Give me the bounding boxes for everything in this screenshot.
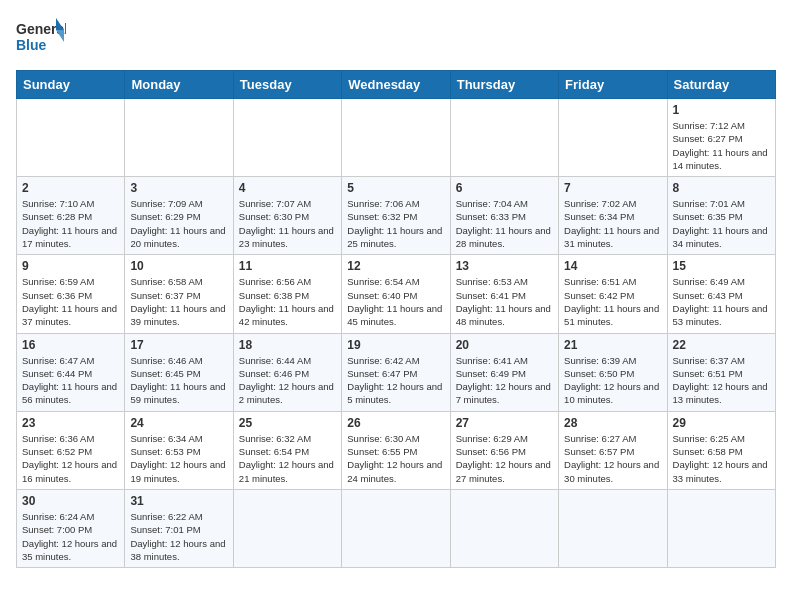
- calendar-cell: 15Sunrise: 6:49 AM Sunset: 6:43 PM Dayli…: [667, 255, 775, 333]
- day-info: Sunrise: 7:07 AM Sunset: 6:30 PM Dayligh…: [239, 197, 336, 250]
- calendar-cell: 14Sunrise: 6:51 AM Sunset: 6:42 PM Dayli…: [559, 255, 667, 333]
- calendar-cell: [233, 489, 341, 567]
- calendar-cell: [667, 489, 775, 567]
- day-number: 27: [456, 416, 553, 430]
- day-info: Sunrise: 6:49 AM Sunset: 6:43 PM Dayligh…: [673, 275, 770, 328]
- day-number: 13: [456, 259, 553, 273]
- calendar-cell: 3Sunrise: 7:09 AM Sunset: 6:29 PM Daylig…: [125, 177, 233, 255]
- day-number: 29: [673, 416, 770, 430]
- day-info: Sunrise: 6:56 AM Sunset: 6:38 PM Dayligh…: [239, 275, 336, 328]
- day-number: 11: [239, 259, 336, 273]
- day-number: 28: [564, 416, 661, 430]
- day-number: 14: [564, 259, 661, 273]
- calendar-cell: 25Sunrise: 6:32 AM Sunset: 6:54 PM Dayli…: [233, 411, 341, 489]
- day-number: 8: [673, 181, 770, 195]
- calendar-cell: [342, 489, 450, 567]
- calendar-cell: 5Sunrise: 7:06 AM Sunset: 6:32 PM Daylig…: [342, 177, 450, 255]
- day-info: Sunrise: 6:34 AM Sunset: 6:53 PM Dayligh…: [130, 432, 227, 485]
- day-number: 15: [673, 259, 770, 273]
- day-info: Sunrise: 6:24 AM Sunset: 7:00 PM Dayligh…: [22, 510, 119, 563]
- day-number: 7: [564, 181, 661, 195]
- day-info: Sunrise: 6:47 AM Sunset: 6:44 PM Dayligh…: [22, 354, 119, 407]
- calendar-header-sunday: Sunday: [17, 71, 125, 99]
- calendar-cell: 24Sunrise: 6:34 AM Sunset: 6:53 PM Dayli…: [125, 411, 233, 489]
- calendar-cell: 17Sunrise: 6:46 AM Sunset: 6:45 PM Dayli…: [125, 333, 233, 411]
- day-number: 20: [456, 338, 553, 352]
- calendar-week-row: 2Sunrise: 7:10 AM Sunset: 6:28 PM Daylig…: [17, 177, 776, 255]
- calendar-week-row: 9Sunrise: 6:59 AM Sunset: 6:36 PM Daylig…: [17, 255, 776, 333]
- day-info: Sunrise: 7:10 AM Sunset: 6:28 PM Dayligh…: [22, 197, 119, 250]
- calendar-cell: 9Sunrise: 6:59 AM Sunset: 6:36 PM Daylig…: [17, 255, 125, 333]
- calendar-cell: 16Sunrise: 6:47 AM Sunset: 6:44 PM Dayli…: [17, 333, 125, 411]
- calendar: SundayMondayTuesdayWednesdayThursdayFrid…: [16, 70, 776, 568]
- day-info: Sunrise: 6:22 AM Sunset: 7:01 PM Dayligh…: [130, 510, 227, 563]
- logo: General Blue: [16, 16, 66, 60]
- calendar-cell: 29Sunrise: 6:25 AM Sunset: 6:58 PM Dayli…: [667, 411, 775, 489]
- calendar-cell: 30Sunrise: 6:24 AM Sunset: 7:00 PM Dayli…: [17, 489, 125, 567]
- day-info: Sunrise: 6:39 AM Sunset: 6:50 PM Dayligh…: [564, 354, 661, 407]
- calendar-cell: 20Sunrise: 6:41 AM Sunset: 6:49 PM Dayli…: [450, 333, 558, 411]
- calendar-cell: 26Sunrise: 6:30 AM Sunset: 6:55 PM Dayli…: [342, 411, 450, 489]
- calendar-cell: 6Sunrise: 7:04 AM Sunset: 6:33 PM Daylig…: [450, 177, 558, 255]
- day-info: Sunrise: 6:53 AM Sunset: 6:41 PM Dayligh…: [456, 275, 553, 328]
- calendar-header-row: SundayMondayTuesdayWednesdayThursdayFrid…: [17, 71, 776, 99]
- calendar-cell: 21Sunrise: 6:39 AM Sunset: 6:50 PM Dayli…: [559, 333, 667, 411]
- day-info: Sunrise: 6:29 AM Sunset: 6:56 PM Dayligh…: [456, 432, 553, 485]
- day-number: 17: [130, 338, 227, 352]
- day-number: 12: [347, 259, 444, 273]
- day-number: 26: [347, 416, 444, 430]
- day-number: 23: [22, 416, 119, 430]
- calendar-week-row: 30Sunrise: 6:24 AM Sunset: 7:00 PM Dayli…: [17, 489, 776, 567]
- calendar-cell: 27Sunrise: 6:29 AM Sunset: 6:56 PM Dayli…: [450, 411, 558, 489]
- calendar-header-saturday: Saturday: [667, 71, 775, 99]
- day-number: 18: [239, 338, 336, 352]
- day-info: Sunrise: 7:02 AM Sunset: 6:34 PM Dayligh…: [564, 197, 661, 250]
- day-number: 24: [130, 416, 227, 430]
- day-number: 9: [22, 259, 119, 273]
- calendar-cell: 10Sunrise: 6:58 AM Sunset: 6:37 PM Dayli…: [125, 255, 233, 333]
- day-info: Sunrise: 6:36 AM Sunset: 6:52 PM Dayligh…: [22, 432, 119, 485]
- calendar-header-thursday: Thursday: [450, 71, 558, 99]
- calendar-cell: [450, 489, 558, 567]
- day-info: Sunrise: 7:09 AM Sunset: 6:29 PM Dayligh…: [130, 197, 227, 250]
- calendar-week-row: 16Sunrise: 6:47 AM Sunset: 6:44 PM Dayli…: [17, 333, 776, 411]
- day-info: Sunrise: 6:44 AM Sunset: 6:46 PM Dayligh…: [239, 354, 336, 407]
- logo-svg: General Blue: [16, 16, 66, 60]
- day-info: Sunrise: 6:32 AM Sunset: 6:54 PM Dayligh…: [239, 432, 336, 485]
- calendar-cell: [17, 99, 125, 177]
- day-info: Sunrise: 7:06 AM Sunset: 6:32 PM Dayligh…: [347, 197, 444, 250]
- day-info: Sunrise: 7:01 AM Sunset: 6:35 PM Dayligh…: [673, 197, 770, 250]
- calendar-cell: [342, 99, 450, 177]
- calendar-cell: [125, 99, 233, 177]
- calendar-cell: 13Sunrise: 6:53 AM Sunset: 6:41 PM Dayli…: [450, 255, 558, 333]
- day-info: Sunrise: 6:54 AM Sunset: 6:40 PM Dayligh…: [347, 275, 444, 328]
- calendar-header-wednesday: Wednesday: [342, 71, 450, 99]
- day-number: 4: [239, 181, 336, 195]
- day-info: Sunrise: 6:41 AM Sunset: 6:49 PM Dayligh…: [456, 354, 553, 407]
- day-number: 10: [130, 259, 227, 273]
- day-number: 16: [22, 338, 119, 352]
- calendar-header-monday: Monday: [125, 71, 233, 99]
- day-number: 2: [22, 181, 119, 195]
- calendar-cell: 2Sunrise: 7:10 AM Sunset: 6:28 PM Daylig…: [17, 177, 125, 255]
- calendar-cell: [559, 99, 667, 177]
- day-number: 21: [564, 338, 661, 352]
- calendar-cell: 31Sunrise: 6:22 AM Sunset: 7:01 PM Dayli…: [125, 489, 233, 567]
- calendar-cell: 7Sunrise: 7:02 AM Sunset: 6:34 PM Daylig…: [559, 177, 667, 255]
- calendar-header-tuesday: Tuesday: [233, 71, 341, 99]
- day-number: 6: [456, 181, 553, 195]
- calendar-week-row: 23Sunrise: 6:36 AM Sunset: 6:52 PM Dayli…: [17, 411, 776, 489]
- calendar-cell: 12Sunrise: 6:54 AM Sunset: 6:40 PM Dayli…: [342, 255, 450, 333]
- day-info: Sunrise: 7:12 AM Sunset: 6:27 PM Dayligh…: [673, 119, 770, 172]
- calendar-cell: 4Sunrise: 7:07 AM Sunset: 6:30 PM Daylig…: [233, 177, 341, 255]
- day-number: 5: [347, 181, 444, 195]
- day-info: Sunrise: 6:30 AM Sunset: 6:55 PM Dayligh…: [347, 432, 444, 485]
- calendar-cell: 28Sunrise: 6:27 AM Sunset: 6:57 PM Dayli…: [559, 411, 667, 489]
- calendar-week-row: 1Sunrise: 7:12 AM Sunset: 6:27 PM Daylig…: [17, 99, 776, 177]
- day-number: 22: [673, 338, 770, 352]
- day-info: Sunrise: 6:58 AM Sunset: 6:37 PM Dayligh…: [130, 275, 227, 328]
- day-info: Sunrise: 6:27 AM Sunset: 6:57 PM Dayligh…: [564, 432, 661, 485]
- calendar-cell: 11Sunrise: 6:56 AM Sunset: 6:38 PM Dayli…: [233, 255, 341, 333]
- calendar-cell: 18Sunrise: 6:44 AM Sunset: 6:46 PM Dayli…: [233, 333, 341, 411]
- calendar-cell: [233, 99, 341, 177]
